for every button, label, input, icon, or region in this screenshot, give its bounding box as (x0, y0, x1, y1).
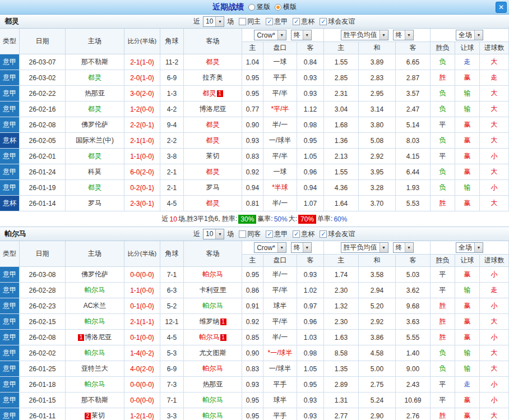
score-cell: 2-1(1-0) (124, 133, 160, 149)
avg-draw-cell: 5.00 (359, 361, 396, 377)
home-team-cell: 2莱切 (66, 408, 124, 420)
corners-cell: 12-1 (160, 314, 184, 330)
summary-segment: 大: (289, 214, 297, 224)
goals-cell: 大 (480, 345, 509, 361)
score-cell: 3-0(2-0) (124, 86, 160, 101)
away-team-cell: 都灵 (184, 133, 242, 149)
avg-state-select[interactable]: 终▼ (393, 242, 414, 253)
odds-away-cell: 0.98 (297, 345, 324, 361)
avg-away-cell: 4.15 (396, 149, 431, 164)
avg-draw-cell: 3.28 (359, 180, 396, 196)
checkbox-icon[interactable] (266, 18, 273, 25)
checkbox-label: 同主 (247, 17, 261, 26)
score-cell: 0-2(0-1) (124, 180, 160, 196)
odds-home-cell: 1.04 (242, 54, 263, 70)
avg-draw-cell: 2.75 (359, 377, 396, 393)
avg-state-select[interactable]: 终▼ (393, 30, 414, 40)
col-handicap: 盘口 (263, 255, 297, 267)
avg-home-cell: 1.55 (324, 54, 359, 70)
team-name-text: 帕尔马 (85, 348, 105, 358)
col-odds-home: 主 (242, 42, 263, 54)
chevron-down-icon: ▼ (405, 30, 413, 40)
team-name-text: 帕尔马 (85, 285, 105, 295)
col-date: 日期 (20, 29, 66, 54)
result-cell: 平 (431, 393, 455, 408)
checkbox-icon[interactable] (239, 18, 246, 25)
odds-source-select[interactable]: Crow*▼ (254, 30, 286, 40)
away-team-cell: 拉齐奥 (184, 70, 242, 86)
score-cell: 2-1(1-1) (124, 314, 160, 330)
avg-draw-cell: 2.94 (359, 283, 396, 298)
match-row: 意甲26-02-22热那亚3-0(2-0)1-3都灵10.95平/半0.932.… (0, 86, 509, 101)
handicap-result-cell: 输 (455, 86, 480, 101)
corners-cell: 7-3 (160, 377, 184, 393)
odds-home-cell: 0.93 (242, 377, 263, 393)
league-cell: 意甲 (0, 408, 20, 420)
avg-odds-select[interactable]: 胜平负均值▼ (341, 242, 388, 253)
col-goals: 进球数 (480, 255, 509, 267)
odds-away-cell: 0.84 (297, 54, 324, 70)
checkbox-icon[interactable] (320, 230, 327, 238)
col-corners: 角球 (160, 241, 184, 267)
home-team-cell: 帕尔马 (66, 314, 124, 330)
avg-draw-cell: 2.95 (359, 86, 396, 101)
avg-home-cell: 1.63 (324, 330, 359, 345)
checkbox-icon[interactable] (266, 230, 273, 238)
avg-home-cell: 1.55 (324, 164, 359, 180)
score-cell: 2-1(1-0) (124, 54, 160, 70)
team-name-text: 热那亚 (85, 89, 105, 98)
recent-count-select[interactable]: 10 ▼ (203, 16, 224, 27)
goals-cell: 大 (480, 408, 509, 420)
handicap-result-cell: 赢 (455, 149, 480, 164)
result-cell: 胜 (431, 408, 455, 420)
close-button[interactable]: ✕ (496, 2, 507, 13)
avg-odds-group: 胜平负均值▼ 终▼ (324, 241, 431, 255)
goals-cell: 大 (480, 117, 509, 133)
radio-icon[interactable] (248, 4, 255, 11)
goals-cell: 大 (480, 361, 509, 377)
match-row: 意杯26-02-05国际米兰(中)2-1(1-0)2-2都灵0.93一/球半0.… (0, 133, 509, 149)
result-cell: 负 (431, 133, 455, 149)
odds-away-cell: 0.93 (297, 393, 324, 408)
result-cell: 负 (431, 54, 455, 70)
radio-vertical-option[interactable]: 竖版 (248, 2, 270, 12)
checkbox-icon[interactable] (293, 230, 300, 238)
chevron-down-icon: ▼ (277, 243, 286, 252)
date-cell: 26-01-19 (20, 180, 66, 196)
away-team-cell: 帕尔马 (184, 361, 242, 377)
checkbox-icon[interactable] (320, 18, 327, 25)
odds-away-cell: 0.96 (297, 314, 324, 330)
team-name-text: 亚特兰大 (81, 364, 108, 373)
match-row: 意甲26-03-08佛罗伦萨0-0(0-0)7-1帕尔马0.95半/一0.931… (0, 267, 509, 283)
scope-select[interactable]: 全场▼ (456, 30, 483, 40)
handicap-result-cell: 输 (455, 361, 480, 377)
checkbox-icon[interactable] (239, 230, 246, 238)
goals-cell: 小 (480, 393, 509, 408)
radio-icon[interactable] (275, 4, 281, 11)
match-row: 意甲26-02-15帕尔马2-1(1-1)12-1维罗纳10.92平/半0.96… (0, 314, 509, 330)
odds-state-select[interactable]: 终▼ (291, 242, 312, 253)
league-cell: 意甲 (0, 314, 20, 330)
team-name-text: 罗马 (88, 199, 101, 208)
scope-select[interactable]: 全场▼ (456, 242, 483, 253)
handicap-result-cell: 赢 (455, 196, 480, 211)
score-cell: 0-0(0-0) (124, 267, 160, 283)
handicap-cell: 球半 (263, 298, 297, 314)
match-row: 意甲26-01-24科莫6-0(2-0)2-1都灵0.92一球0.961.553… (0, 164, 509, 180)
odds-state-select[interactable]: 终▼ (291, 30, 312, 40)
league-cell: 意甲 (0, 298, 20, 314)
avg-away-cell: 5.14 (396, 117, 431, 133)
home-team-cell: 那不勒斯 (66, 54, 124, 70)
radio-horizontal-option[interactable]: 横版 (275, 2, 297, 12)
col-handicap: 盘口 (263, 42, 297, 54)
score-cell: 4-0(2-0) (124, 361, 160, 377)
odds-source-select[interactable]: Crow*▼ (254, 242, 286, 253)
league-cell: 意杯 (0, 196, 20, 211)
match-row: 意甲26-02-16都灵1-2(0-0)4-2博洛尼亚0.77*平/半1.123… (0, 101, 509, 117)
recent-count-select[interactable]: 10 ▼ (203, 229, 224, 239)
avg-odds-select[interactable]: 胜平负均值▼ (341, 30, 388, 40)
avg-home-cell: 2.77 (324, 408, 359, 420)
checkbox-icon[interactable] (293, 18, 300, 25)
checkbox-label: 意杯 (301, 229, 314, 239)
handicap-result-cell: 走 (455, 377, 480, 393)
